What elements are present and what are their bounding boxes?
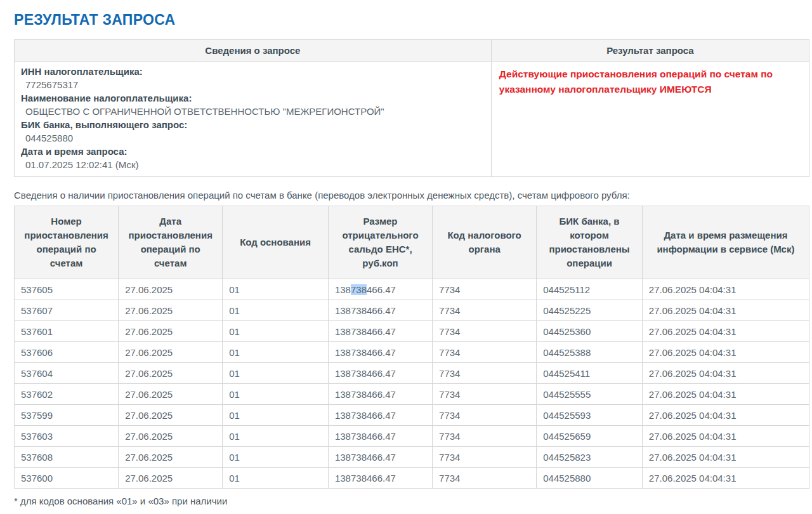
cell-suspension-number: 537600 (15, 468, 119, 489)
suspension-row: 537602 27.06.2025 01 138738466.47 7734 0… (15, 384, 809, 405)
cell-tax-authority-code: 7734 (433, 447, 537, 468)
cell-bank-bik: 044525659 (537, 426, 643, 447)
cell-tax-authority-code: 7734 (433, 426, 537, 447)
info-line: БИК банка, выполняющего запрос: 04452588… (21, 118, 485, 145)
suspensions-header-row: Номер приостановления операций по счетам… (15, 206, 809, 279)
cell-published-datetime: 27.06.2025 04:04:31 (642, 321, 809, 342)
cell-bank-bik: 044525880 (537, 468, 643, 489)
cell-reason-code: 01 (223, 468, 329, 489)
cell-negative-balance: 138738466.47 (328, 321, 432, 342)
cell-tax-authority-code: 7734 (433, 321, 537, 342)
cell-negative-balance: 138738466.47 (328, 363, 432, 384)
request-table-header-row: Сведения о запросе Результат запроса (15, 40, 809, 62)
cell-suspension-date: 27.06.2025 (119, 405, 223, 426)
cell-reason-code: 01 (223, 279, 329, 300)
suspensions-column-header: БИК банка, в котором приостановлены опер… (537, 206, 643, 279)
cell-published-datetime: 27.06.2025 04:04:31 (642, 279, 809, 300)
request-table-body-row: ИНН налогоплательщика: 7725675317 Наимен… (15, 62, 809, 177)
cell-suspension-number: 537608 (15, 447, 119, 468)
suspension-row: 537601 27.06.2025 01 138738466.47 7734 0… (15, 321, 809, 342)
suspensions-column-header: Размер отрицательного сальдо ЕНС*, руб.к… (328, 206, 432, 279)
suspension-row: 537600 27.06.2025 01 138738466.47 7734 0… (15, 468, 809, 489)
cell-reason-code: 01 (223, 426, 329, 447)
suspension-row: 537607 27.06.2025 01 138738466.47 7734 0… (15, 300, 809, 321)
suspensions-column-header: Дата и время размещения информации в сер… (642, 206, 809, 279)
result-alert-text: Действующие приостановления операций по … (499, 67, 801, 97)
cell-suspension-date: 27.06.2025 (119, 447, 223, 468)
suspensions-footnote: * для кодов основания «01» и «03» при на… (14, 496, 809, 506)
cell-negative-balance: 138738466.47 (328, 426, 432, 447)
cell-published-datetime: 27.06.2025 04:04:31 (642, 405, 809, 426)
suspensions-column-header: Код основания (223, 206, 329, 279)
cell-suspension-number: 537602 (15, 384, 119, 405)
request-result-header: Результат запроса (491, 40, 809, 62)
cell-negative-balance: 138738466.47 (328, 279, 432, 300)
cell-suspension-number: 537599 (15, 405, 119, 426)
cell-bank-bik: 044525593 (537, 405, 643, 426)
cell-published-datetime: 27.06.2025 04:04:31 (642, 363, 809, 384)
info-line: Дата и время запроса: 01.07.2025 12:02:4… (21, 145, 485, 171)
cell-tax-authority-code: 7734 (433, 342, 537, 363)
cell-reason-code: 01 (223, 384, 329, 405)
request-result-cell: Действующие приостановления операций по … (491, 62, 809, 177)
cell-negative-balance: 138738466.47 (328, 300, 432, 321)
cell-tax-authority-code: 7734 (433, 405, 537, 426)
cell-negative-balance: 138738466.47 (328, 405, 432, 426)
cell-reason-code: 01 (223, 300, 329, 321)
suspension-row: 537604 27.06.2025 01 138738466.47 7734 0… (15, 363, 809, 384)
cell-suspension-date: 27.06.2025 (119, 300, 223, 321)
cell-suspension-date: 27.06.2025 (119, 468, 223, 489)
cell-tax-authority-code: 7734 (433, 279, 537, 300)
page-title: РЕЗУЛЬТАТ ЗАПРОСА (14, 11, 809, 29)
suspension-row: 537599 27.06.2025 01 138738466.47 7734 0… (15, 405, 809, 426)
cell-suspension-date: 27.06.2025 (119, 363, 223, 384)
cell-suspension-number: 537607 (15, 300, 119, 321)
info-label: Наименование налогоплательщика: (21, 91, 485, 105)
info-value: 044525880 (21, 131, 485, 145)
cell-reason-code: 01 (223, 342, 329, 363)
info-value: ОБЩЕСТВО С ОГРАНИЧЕННОЙ ОТВЕТСТВЕННОСТЬЮ… (21, 105, 485, 118)
cell-reason-code: 01 (223, 363, 329, 384)
suspensions-caption: Сведения о наличии приостановления опера… (14, 190, 809, 201)
cell-negative-balance: 138738466.47 (328, 447, 432, 468)
info-line: Наименование налогоплательщика: ОБЩЕСТВО… (21, 91, 485, 118)
cell-bank-bik: 044525555 (537, 384, 643, 405)
cell-suspension-date: 27.06.2025 (119, 279, 223, 300)
cell-published-datetime: 27.06.2025 04:04:31 (642, 384, 809, 405)
info-label: ИНН налогоплательщика: (21, 65, 485, 78)
suspensions-table: Номер приостановления операций по счетам… (14, 206, 809, 489)
request-info-header: Сведения о запросе (15, 40, 492, 62)
request-info-cell: ИНН налогоплательщика: 7725675317 Наимен… (15, 62, 492, 177)
cell-published-datetime: 27.06.2025 04:04:31 (642, 342, 809, 363)
suspensions-table-body: 537605 27.06.2025 01 138738466.47 7734 0… (15, 279, 809, 489)
cell-suspension-number: 537606 (15, 342, 119, 363)
cell-suspension-date: 27.06.2025 (119, 321, 223, 342)
info-value: 01.07.2025 12:02:41 (Мск) (21, 158, 485, 171)
cell-suspension-date: 27.06.2025 (119, 426, 223, 447)
page-content: РЕЗУЛЬТАТ ЗАПРОСА Сведения о запросе Рез… (0, 11, 812, 514)
cell-suspension-number: 537601 (15, 321, 119, 342)
info-value: 7725675317 (21, 78, 485, 91)
cell-suspension-number: 537603 (15, 426, 119, 447)
cell-negative-balance: 138738466.47 (328, 342, 432, 363)
info-line: ИНН налогоплательщика: 7725675317 (21, 65, 485, 91)
suspension-row: 537605 27.06.2025 01 138738466.47 7734 0… (15, 279, 809, 300)
cell-reason-code: 01 (223, 321, 329, 342)
suspensions-column-header: Номер приостановления операций по счетам (15, 206, 119, 279)
info-label: Дата и время запроса: (21, 145, 485, 158)
request-info-table: Сведения о запросе Результат запроса ИНН… (14, 39, 809, 177)
cell-bank-bik: 044525112 (537, 279, 643, 300)
suspension-row: 537608 27.06.2025 01 138738466.47 7734 0… (15, 447, 809, 468)
cell-tax-authority-code: 7734 (433, 300, 537, 321)
cell-tax-authority-code: 7734 (433, 363, 537, 384)
cell-tax-authority-code: 7734 (433, 384, 537, 405)
cell-published-datetime: 27.06.2025 04:04:31 (642, 447, 809, 468)
suspension-row: 537603 27.06.2025 01 138738466.47 7734 0… (15, 426, 809, 447)
cell-bank-bik: 044525225 (537, 300, 643, 321)
cell-published-datetime: 27.06.2025 04:04:31 (642, 468, 809, 489)
cell-negative-balance: 138738466.47 (328, 468, 432, 489)
suspension-row: 537606 27.06.2025 01 138738466.47 7734 0… (15, 342, 809, 363)
cell-bank-bik: 044525823 (537, 447, 643, 468)
cell-reason-code: 01 (223, 447, 329, 468)
cell-reason-code: 01 (223, 405, 329, 426)
